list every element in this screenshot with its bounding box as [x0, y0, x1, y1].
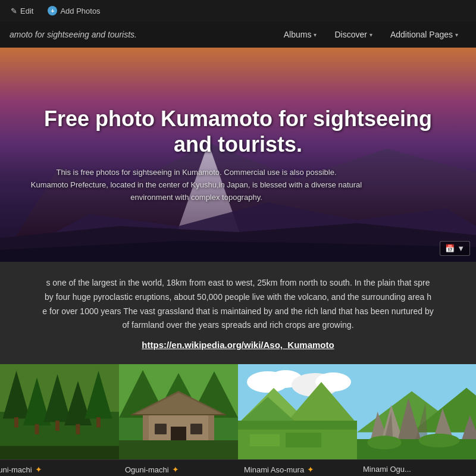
nav-discover[interactable]: Discover ▾: [326, 26, 380, 43]
building-svg: [119, 364, 238, 459]
star-icon-2: ✦: [172, 465, 179, 474]
svg-point-55: [367, 436, 402, 449]
desc-line2: by four huge pyroclastic eruptions, abou…: [45, 292, 431, 302]
svg-rect-14: [55, 421, 60, 431]
photo-thumb-2: [119, 364, 238, 459]
plus-circle-icon: +: [48, 6, 57, 15]
forest-svg: [0, 364, 119, 459]
photo-label-2: Oguni-machi ✦: [119, 459, 238, 476]
svg-rect-42: [250, 434, 280, 446]
discover-chevron-icon: ▾: [369, 32, 372, 38]
svg-rect-29: [190, 424, 202, 434]
wiki-link[interactable]: https://en.wikipedia.org/wiki/Aso,_Kumam…: [12, 340, 464, 350]
nav-menu: Albums ▾ Discover ▾ Additional Pages ▾: [275, 26, 466, 43]
svg-rect-16: [96, 417, 101, 427]
svg-rect-31: [119, 440, 238, 459]
discover-label: Discover: [334, 30, 367, 39]
calendar-chevron: ▼: [457, 244, 465, 253]
star-icon-3: ✦: [307, 465, 314, 474]
edit-label: Edit: [20, 7, 33, 15]
description-section: s one of the largest in the world, 18km …: [0, 262, 476, 364]
photo-name-3: Minami Aso-mura: [244, 465, 304, 474]
svg-rect-28: [155, 424, 167, 434]
photo-label-3: Minami Aso-mura ✦: [238, 459, 357, 476]
hero-title: Free photo Kumamoto for sightseeing and …: [24, 106, 452, 157]
svg-rect-15: [76, 424, 80, 434]
desc-line3: e for over 1000 years The vast grassland…: [42, 306, 433, 316]
svg-rect-17: [0, 446, 119, 460]
nav-albums[interactable]: Albums ▾: [275, 26, 325, 43]
photo-name-2: Oguni-machi: [125, 465, 169, 474]
svg-rect-30: [171, 427, 186, 441]
hero-content: Free photo Kumamoto for sightseeing and …: [0, 94, 476, 216]
photo-grid: Oguni-machi ✦: [0, 364, 476, 476]
desc-line4: of farmland over the years spreads and r…: [122, 320, 353, 330]
photo-thumb-1: [0, 364, 119, 459]
nav-additional-pages[interactable]: Additional Pages ▾: [382, 26, 466, 43]
hero-subtitle-line2: Kumamoto Prefecture, located in the cent…: [31, 180, 362, 202]
photo-card-2[interactable]: Oguni-machi ✦: [119, 364, 238, 476]
hero-section: Free photo Kumamoto for sightseeing and …: [0, 48, 476, 262]
photo-card-3[interactable]: Minami Aso-mura ✦: [238, 364, 357, 476]
photo-label-1: Oguni-machi ✦: [0, 459, 119, 476]
hero-subtitle: This is free photos for sightseeing in K…: [24, 167, 369, 203]
star-icon-1: ✦: [35, 465, 42, 474]
calendar-icon: 📅: [445, 244, 455, 253]
additional-pages-label: Additional Pages: [390, 30, 453, 39]
navbar: amoto for sightseeing and tourists. Albu…: [0, 21, 476, 48]
hero-subtitle-line1: This is free photos for sightseeing in K…: [56, 168, 336, 177]
photo-card-1[interactable]: Oguni-machi ✦: [0, 364, 119, 476]
calendar-button[interactable]: 📅 ▼: [440, 241, 470, 256]
albums-chevron-icon: ▾: [314, 32, 317, 38]
photo-label-4: Minami Ogu...: [357, 459, 476, 476]
edit-button[interactable]: ✎ Edit: [5, 4, 39, 18]
photo-name-4: Minami Ogu...: [363, 465, 411, 474]
add-photos-label: Add Photos: [60, 7, 100, 15]
svg-rect-13: [35, 424, 39, 434]
photo-name-1: Oguni-machi: [0, 465, 32, 474]
svg-rect-12: [14, 417, 18, 427]
svg-point-56: [419, 434, 460, 447]
photo-card-4[interactable]: Minami Ogu...: [357, 364, 476, 476]
pencil-icon: ✎: [11, 7, 17, 15]
toolbar: ✎ Edit + Add Photos: [0, 0, 476, 21]
description-text: s one of the largest in the world, 18km …: [12, 276, 464, 333]
albums-label: Albums: [284, 30, 312, 39]
brand-text: amoto for sightseeing and tourists.: [10, 30, 137, 39]
additional-chevron-icon: ▾: [455, 32, 458, 38]
photo-thumb-3: [238, 364, 357, 459]
desc-line1: s one of the largest in the world, 18km …: [46, 278, 430, 287]
rocky-svg: [357, 364, 476, 459]
add-photos-button[interactable]: + Add Photos: [42, 4, 106, 18]
valley-svg: [238, 364, 357, 459]
photo-thumb-4: [357, 364, 476, 459]
svg-rect-43: [286, 433, 321, 447]
